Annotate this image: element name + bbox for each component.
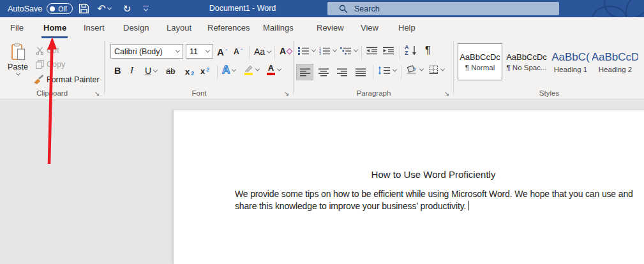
- title-bar: AutoSave Off ↶ ↻ Document1 - Word: [0, 0, 644, 17]
- style-heading-1[interactable]: AaBbC( Heading 1: [551, 43, 590, 80]
- style-no-spacing[interactable]: AaBbCcDc ¶ No Spac...: [504, 43, 549, 80]
- autosave-control[interactable]: AutoSave Off: [8, 0, 73, 17]
- align-center-button[interactable]: [315, 64, 331, 80]
- chevron-down-icon[interactable]: [419, 67, 424, 71]
- tab-view[interactable]: View: [361, 17, 378, 38]
- copy-button[interactable]: Copy: [36, 60, 65, 69]
- superscript-button[interactable]: x2: [200, 66, 209, 76]
- text-cursor: [468, 201, 468, 210]
- format-painter-button[interactable]: Format Painter: [33, 75, 100, 84]
- undo-dropdown-icon[interactable]: [107, 6, 112, 10]
- chevron-down-icon[interactable]: [232, 67, 236, 71]
- font-color-button[interactable]: A: [267, 64, 281, 75]
- font-name-select[interactable]: Calibri (Body): [110, 44, 183, 59]
- sort-button[interactable]: A Z: [405, 45, 417, 56]
- tab-mailings[interactable]: Mailings: [263, 17, 294, 38]
- text-effects-button[interactable]: A: [222, 64, 236, 77]
- multilevel-list-icon: [340, 47, 352, 55]
- align-right-button[interactable]: [334, 64, 350, 80]
- paragraph-group-label: Paragraph: [294, 89, 453, 99]
- chevron-down-icon[interactable]: [354, 48, 358, 52]
- document-page[interactable]: How to Use Word Proficiently We provide …: [173, 110, 644, 264]
- save-button[interactable]: [77, 0, 91, 17]
- clipboard-group-label: Clipboard: [0, 89, 104, 99]
- justify-button[interactable]: [352, 64, 368, 80]
- borders-button[interactable]: [429, 65, 444, 74]
- copy-label: Copy: [47, 60, 65, 69]
- line-spacing-icon: [378, 66, 391, 75]
- chevron-down-icon[interactable]: [440, 66, 445, 71]
- numbered-list-icon: 123: [319, 47, 331, 55]
- document-paragraph[interactable]: We provide some tips on how to be effici…: [235, 188, 637, 212]
- numbering-button[interactable]: 123: [319, 47, 336, 55]
- paste-dropdown-icon[interactable]: [15, 71, 20, 76]
- grow-font-button[interactable]: Aˆ: [217, 47, 228, 57]
- bullets-button[interactable]: [298, 47, 315, 55]
- search-icon: [339, 4, 348, 13]
- chevron-down-icon[interactable]: [153, 68, 158, 72]
- chevron-down-icon[interactable]: [255, 67, 260, 71]
- undo-icon: ↶: [97, 3, 105, 15]
- shrink-font-button[interactable]: Aˇ: [234, 47, 243, 56]
- group-separator: [453, 41, 454, 94]
- chevron-down-icon[interactable]: [311, 48, 316, 52]
- redo-button[interactable]: ↻: [120, 0, 134, 17]
- increase-indent-button[interactable]: [383, 47, 394, 55]
- tab-help[interactable]: Help: [398, 17, 416, 38]
- styles-group-label: Styles: [454, 89, 644, 99]
- divider: [400, 45, 400, 59]
- tab-references[interactable]: References: [207, 17, 250, 38]
- document-area: How to Use Word Proficiently We provide …: [0, 100, 644, 264]
- strikethrough-button[interactable]: ab: [166, 66, 175, 76]
- chevron-down-icon[interactable]: [393, 68, 397, 72]
- paste-label: Paste: [8, 62, 28, 71]
- customize-quick-access-button[interactable]: [140, 0, 151, 17]
- line-spacing-button[interactable]: [378, 66, 396, 75]
- style-normal[interactable]: AaBbCcDc ¶ Normal: [458, 43, 502, 80]
- decrease-indent-icon: [366, 47, 378, 55]
- sort-arrow-icon: [412, 45, 417, 55]
- tab-home[interactable]: Home: [43, 17, 66, 38]
- document-heading[interactable]: How to Use Word Proficiently: [235, 169, 632, 180]
- font-size-select[interactable]: 11: [186, 44, 213, 59]
- underline-button[interactable]: U: [145, 66, 157, 76]
- italic-button[interactable]: I: [130, 65, 133, 76]
- tab-insert[interactable]: Insert: [84, 17, 105, 38]
- search-input[interactable]: Search: [327, 2, 559, 15]
- chevron-down-icon: [143, 7, 147, 11]
- tab-design[interactable]: Design: [123, 17, 149, 38]
- paragraph-dialog-launcher[interactable]: ↘: [443, 90, 451, 98]
- text-highlight-button[interactable]: [244, 64, 259, 75]
- chevron-down-icon[interactable]: [333, 48, 337, 52]
- shading-button[interactable]: [406, 65, 423, 75]
- clipboard-dialog-launcher[interactable]: ↘: [93, 90, 101, 98]
- tab-file[interactable]: File: [10, 17, 24, 38]
- change-case-button[interactable]: Aa: [254, 47, 271, 57]
- chevron-down-icon[interactable]: [277, 67, 281, 71]
- cut-scissors-icon: [36, 47, 44, 55]
- bullet-list-icon: [298, 47, 310, 55]
- paste-button[interactable]: Paste: [4, 41, 32, 88]
- decrease-indent-button[interactable]: [366, 47, 378, 55]
- cut-button[interactable]: Cut: [36, 46, 59, 55]
- tab-review[interactable]: Review: [317, 17, 344, 38]
- multilevel-list-button[interactable]: [340, 47, 357, 55]
- show-hide-pilcrow-button[interactable]: ¶: [425, 45, 431, 56]
- divider: [217, 65, 218, 79]
- style-heading-2[interactable]: AaBbCcD Heading 2: [592, 43, 638, 80]
- undo-button[interactable]: ↶: [96, 0, 112, 17]
- font-color-bar: [267, 73, 275, 75]
- clear-formatting-button[interactable]: A: [280, 46, 292, 56]
- bold-button[interactable]: B: [114, 66, 121, 76]
- decorative-swirl: [548, 0, 644, 17]
- paste-clipboard-icon: [10, 43, 26, 61]
- font-name-value: Calibri (Body): [114, 47, 163, 56]
- tab-layout[interactable]: Layout: [167, 17, 191, 38]
- subscript-button[interactable]: x2: [185, 66, 194, 77]
- align-left-button[interactable]: [297, 64, 313, 80]
- font-dialog-launcher[interactable]: ↘: [283, 90, 290, 98]
- chevron-down-icon: [206, 48, 210, 53]
- increase-indent-icon: [383, 47, 394, 55]
- toggle-knob: [50, 6, 55, 11]
- autosave-toggle[interactable]: Off: [47, 3, 73, 14]
